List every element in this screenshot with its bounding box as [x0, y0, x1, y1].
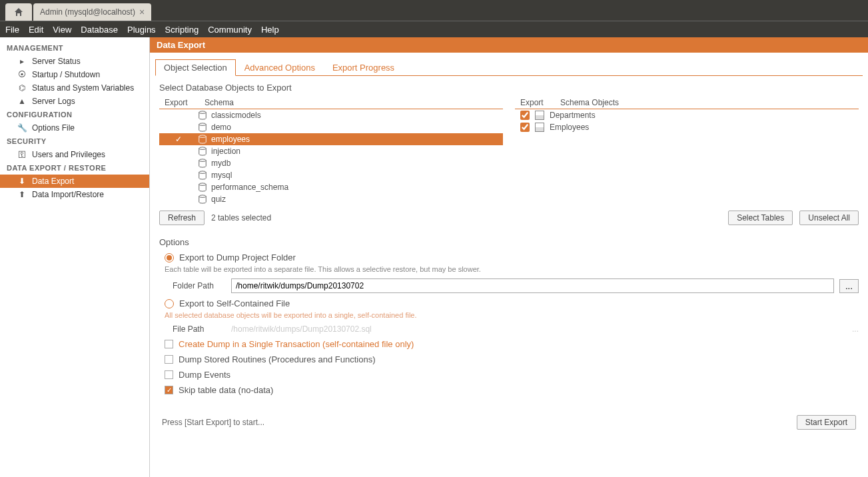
play-icon: ▸ [17, 57, 27, 66]
sidebar-item-status-variables[interactable]: ⌬Status and System Variables [0, 81, 149, 95]
check-skip-table-data-label: Skip table data (no-data) [179, 385, 273, 395]
schema-row[interactable]: mysql [159, 169, 503, 181]
schema-header-export: Export [165, 98, 205, 107]
start-export-button[interactable]: Start Export [797, 415, 856, 430]
check-dump-events-label: Dump Events [179, 370, 230, 380]
select-tables-button[interactable]: Select Tables [728, 211, 793, 225]
menu-file[interactable]: File [5, 25, 19, 35]
tab-object-selection[interactable]: Object Selection [155, 59, 236, 76]
database-icon [198, 135, 207, 144]
browse-file-button: ... [852, 324, 859, 334]
menu-view[interactable]: View [53, 25, 71, 35]
key-icon: ⚿ [17, 150, 27, 159]
sidebar-item-data-import[interactable]: ⬆Data Import/Restore [0, 188, 149, 201]
svg-point-7 [199, 195, 207, 198]
database-icon [198, 171, 207, 180]
svg-point-5 [199, 171, 207, 174]
database-icon [198, 159, 207, 168]
opt-self-contained-desc: All selected database objects will be ex… [159, 311, 859, 319]
section-data-export-restore: DATA EXPORT / RESTORE [0, 161, 149, 175]
sidebar-item-data-export[interactable]: ⬇Data Export [0, 175, 149, 188]
footer-hint: Press [Start Export] to start... [162, 418, 264, 427]
svg-point-3 [199, 147, 207, 150]
menu-edit[interactable]: Edit [29, 25, 43, 35]
browse-folder-button[interactable]: ... [839, 279, 859, 293]
schema-row[interactable]: performance_schema [159, 181, 503, 193]
gauge-icon: ⌬ [17, 83, 27, 93]
svg-point-0 [199, 111, 207, 114]
home-icon [13, 7, 24, 17]
menubar: File Edit View Database Plugins Scriptin… [0, 21, 868, 37]
section-security: SECURITY [0, 135, 149, 148]
check-single-transaction [165, 340, 173, 348]
refresh-button[interactable]: Refresh [159, 211, 205, 225]
sidebar-item-startup-shutdown[interactable]: ⦿Startup / Shutdown [0, 68, 149, 81]
schema-list: Export Schema classicmodelsdemo✓employee… [159, 97, 503, 205]
selected-count-label: 2 tables selected [211, 213, 271, 223]
opt-self-contained-label: Export to Self-Contained File [179, 298, 290, 308]
warning-icon: ▲ [17, 97, 27, 106]
file-path-label: File Path [173, 324, 226, 334]
sidebar-item-users-privileges[interactable]: ⚿Users and Privileges [0, 148, 149, 161]
sidebar: MANAGEMENT ▸Server Status ⦿Startup / Shu… [0, 37, 150, 477]
folder-path-label: Folder Path [173, 281, 226, 290]
check-single-transaction-label: Create Dump in a Single Transaction (sel… [179, 339, 414, 349]
menu-scripting[interactable]: Scripting [165, 25, 199, 35]
object-checkbox[interactable] [520, 111, 530, 120]
section-management: MANAGEMENT [0, 41, 149, 55]
options-title: Options [159, 237, 859, 247]
section-configuration: CONFIGURATION [0, 108, 149, 121]
menu-help[interactable]: Help [261, 25, 279, 35]
database-icon [198, 147, 207, 156]
schema-row[interactable]: demo [159, 121, 503, 133]
tab-export-progress[interactable]: Export Progress [324, 59, 403, 75]
radio-self-contained[interactable] [165, 299, 174, 308]
sidebar-item-server-logs[interactable]: ▲Server Logs [0, 95, 149, 108]
table-icon [535, 111, 544, 120]
object-header-export: Export [520, 98, 560, 107]
object-row[interactable]: Employees [515, 121, 859, 133]
svg-point-4 [199, 159, 207, 162]
folder-path-input[interactable] [231, 278, 834, 293]
file-path-value: /home/ritwik/dumps/Dump20130702.sql [231, 324, 372, 334]
svg-point-6 [199, 183, 207, 186]
window-tabbar: Admin (mysqld@localhost) × [0, 0, 868, 21]
object-row[interactable]: Departments [515, 109, 859, 121]
check-skip-table-data[interactable] [165, 386, 173, 394]
schema-row[interactable]: ✓employees [159, 133, 503, 145]
database-icon [198, 195, 207, 204]
unselect-all-button[interactable]: Unselect All [799, 211, 859, 225]
home-tab[interactable] [5, 3, 32, 21]
schema-header-schema: Schema [205, 98, 498, 107]
menu-database[interactable]: Database [81, 25, 118, 35]
check-stored-routines-label: Dump Stored Routines (Procedures and Fun… [179, 354, 376, 364]
power-icon: ⦿ [17, 70, 27, 79]
admin-tab-label: Admin (mysqld@localhost) [40, 7, 135, 17]
instruction-label: Select Database Objects to Export [159, 83, 859, 93]
opt-dump-folder-label: Export to Dump Project Folder [179, 252, 296, 262]
check-dump-events[interactable] [165, 370, 173, 379]
sidebar-item-options-file[interactable]: 🔧Options File [0, 121, 149, 135]
check-stored-routines[interactable] [165, 355, 173, 364]
schema-row[interactable]: injection [159, 145, 503, 157]
svg-point-2 [199, 135, 207, 138]
tab-advanced-options[interactable]: Advanced Options [236, 59, 324, 75]
database-icon [198, 183, 207, 192]
tabstrip: Object Selection Advanced Options Export… [155, 59, 863, 76]
menu-plugins[interactable]: Plugins [127, 25, 156, 35]
menu-community[interactable]: Community [208, 25, 252, 35]
schema-row[interactable]: classicmodels [159, 109, 503, 121]
close-icon[interactable]: × [139, 7, 145, 17]
admin-tab[interactable]: Admin (mysqld@localhost) × [33, 3, 151, 21]
sidebar-item-server-status[interactable]: ▸Server Status [0, 55, 149, 68]
opt-dump-folder-desc: Each table will be exported into a separ… [159, 265, 859, 273]
database-icon [198, 123, 207, 132]
database-icon [198, 111, 207, 120]
object-header-schema: Schema Objects [560, 98, 853, 107]
radio-dump-folder[interactable] [165, 253, 174, 262]
wrench-icon: 🔧 [17, 123, 27, 133]
object-checkbox[interactable] [520, 123, 530, 132]
schema-row[interactable]: quiz [159, 193, 503, 205]
object-list: Export Schema Objects DepartmentsEmploye… [515, 97, 859, 205]
schema-row[interactable]: mydb [159, 157, 503, 169]
